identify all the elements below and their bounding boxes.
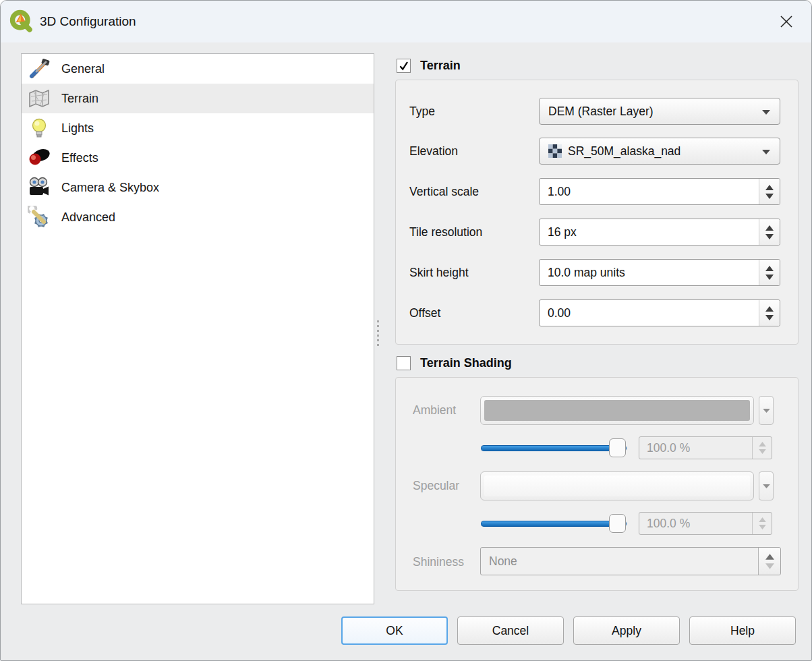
- chevron-down-icon: [761, 149, 771, 155]
- sidebar-item-advanced[interactable]: Advanced: [22, 202, 374, 232]
- tile-resolution-label: Tile resolution: [409, 225, 482, 239]
- spin-up-icon: [765, 185, 774, 190]
- terrain-group-title: Terrain: [420, 59, 461, 73]
- close-button[interactable]: [771, 6, 802, 37]
- sidebar-item-effects[interactable]: Effects: [22, 143, 374, 173]
- terrain-shading-groupbox: Ambient 100.0 % Specular 100.0 %: [395, 377, 799, 591]
- tile-resolution-spinbox[interactable]: 16 px: [539, 219, 780, 246]
- ambient-opacity-slider[interactable]: [481, 445, 627, 451]
- terrain-checkbox[interactable]: [397, 59, 411, 73]
- vertical-scale-value: 1.00: [540, 185, 571, 199]
- sidebar-item-label: Advanced: [61, 210, 115, 225]
- elevation-label: Elevation: [409, 144, 458, 159]
- qgis-logo: [9, 9, 34, 34]
- close-icon: [780, 15, 793, 28]
- tools-icon: [28, 57, 51, 80]
- spin-up-icon: [759, 517, 766, 522]
- specular-opacity-slider[interactable]: [481, 521, 627, 527]
- sphere-icon: [28, 146, 51, 169]
- spin-down-icon: [765, 315, 774, 320]
- specular-percent-spinbox[interactable]: 100.0 %: [639, 512, 772, 535]
- ambient-slider-handle[interactable]: [609, 438, 626, 457]
- terrain-shading-checkbox[interactable]: [397, 356, 411, 370]
- skirt-height-stepper[interactable]: [759, 260, 780, 285]
- map-icon: [28, 87, 51, 110]
- elevation-combobox[interactable]: SR_50M_alaska_nad: [539, 138, 780, 165]
- skirt-height-label: Skirt height: [409, 265, 469, 280]
- offset-stepper[interactable]: [759, 300, 780, 326]
- dialog-3d-configuration: 3D Configuration General Terrain: [0, 0, 812, 661]
- type-combobox[interactable]: DEM (Raster Layer): [539, 98, 780, 125]
- help-button[interactable]: Help: [689, 616, 796, 645]
- spin-up-icon: [765, 266, 774, 271]
- spin-down-icon: [765, 194, 774, 199]
- specular-color-swatch: [484, 476, 750, 496]
- sidebar-item-camera-skybox[interactable]: Camera & Skybox: [22, 173, 374, 202]
- specular-color-menu-button[interactable]: [759, 471, 774, 500]
- spin-up-icon: [759, 442, 766, 447]
- ambient-percent-spinbox[interactable]: 100.0 %: [639, 436, 772, 459]
- window-title: 3D Configuration: [40, 1, 136, 42]
- spin-down-icon: [759, 449, 766, 454]
- tile-resolution-value: 16 px: [540, 225, 577, 239]
- terrain-groupbox: Type DEM (Raster Layer) Elevation SR_50M…: [395, 80, 799, 345]
- vertical-scale-stepper[interactable]: [759, 179, 780, 204]
- sidebar-item-label: Terrain: [61, 92, 98, 106]
- specular-color-button[interactable]: [480, 471, 754, 500]
- skirt-height-spinbox[interactable]: 10.0 map units: [539, 259, 780, 286]
- offset-value: 0.00: [540, 306, 571, 320]
- spin-down-icon: [765, 563, 774, 569]
- sidebar-item-lights[interactable]: Lights: [22, 113, 374, 143]
- chevron-down-icon: [762, 408, 771, 413]
- shininess-stepper[interactable]: [758, 548, 780, 575]
- check-icon: [398, 60, 409, 71]
- specular-slider-handle[interactable]: [609, 514, 626, 533]
- ambient-color-button[interactable]: [480, 396, 754, 425]
- specular-percent-value: 100.0 %: [639, 517, 690, 531]
- category-list: General Terrain Lights: [21, 53, 374, 604]
- sidebar-item-general[interactable]: General: [22, 54, 374, 84]
- ambient-color-menu-button[interactable]: [759, 396, 774, 425]
- chevron-down-icon: [762, 484, 771, 489]
- ambient-percent-stepper[interactable]: [752, 437, 772, 459]
- sidebar-item-label: Effects: [61, 151, 98, 165]
- spin-down-icon: [759, 525, 766, 529]
- titlebar: 3D Configuration: [1, 1, 811, 42]
- raster-layer-icon: [548, 144, 562, 158]
- offset-spinbox[interactable]: 0.00: [539, 299, 780, 326]
- specular-percent-stepper[interactable]: [752, 513, 772, 534]
- spin-up-icon: [765, 225, 774, 231]
- skirt-height-value: 10.0 map units: [540, 266, 625, 280]
- spin-down-icon: [765, 234, 774, 239]
- sidebar-item-label: Camera & Skybox: [61, 181, 159, 195]
- elevation-value: SR_50M_alaska_nad: [568, 144, 680, 159]
- bulb-icon: [28, 117, 51, 140]
- terrain-shading-group-title: Terrain Shading: [420, 356, 512, 370]
- shininess-value: None: [481, 554, 517, 569]
- spin-up-icon: [765, 306, 774, 312]
- sidebar-item-label: Lights: [61, 121, 94, 136]
- splitter-handle[interactable]: [377, 320, 380, 349]
- spin-down-icon: [765, 275, 774, 280]
- specular-label: Specular: [413, 478, 459, 493]
- sidebar-item-label: General: [61, 62, 105, 76]
- shininess-label: Shininess: [413, 554, 464, 569]
- type-label: Type: [409, 104, 435, 119]
- ambient-label: Ambient: [413, 403, 456, 418]
- offset-label: Offset: [409, 306, 440, 320]
- apply-button[interactable]: Apply: [573, 616, 680, 645]
- shininess-spinbox[interactable]: None: [480, 547, 781, 575]
- wrench-gear-icon: [28, 206, 51, 229]
- ambient-percent-value: 100.0 %: [639, 441, 690, 455]
- chevron-down-icon: [761, 109, 771, 115]
- vertical-scale-spinbox[interactable]: 1.00: [539, 178, 780, 205]
- type-value: DEM (Raster Layer): [548, 105, 654, 119]
- vertical-scale-label: Vertical scale: [409, 184, 479, 199]
- ambient-color-swatch: [484, 400, 750, 421]
- camera-icon: [28, 176, 51, 199]
- spin-up-icon: [765, 554, 774, 560]
- sidebar-item-terrain[interactable]: Terrain: [22, 84, 374, 113]
- ok-button[interactable]: OK: [341, 616, 448, 645]
- tile-resolution-stepper[interactable]: [759, 219, 780, 245]
- cancel-button[interactable]: Cancel: [457, 616, 564, 645]
